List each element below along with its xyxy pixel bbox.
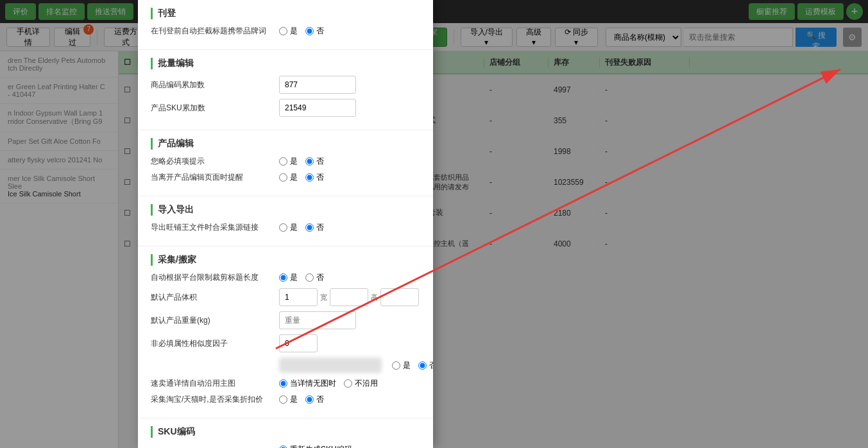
- modal-section-sku: SKU编码 生成SKU编码 重新生成SKU编码 沿用原始SKU编码: [138, 418, 433, 448]
- modal-row-export-link: 导出旺铺王文件时合采集源链接 是 否: [151, 222, 420, 233]
- label-auto-trim: 自动根据平台限制裁剪标题长度: [151, 272, 279, 283]
- label-leave-remind: 当离开产品编辑页面时提醒: [151, 172, 279, 183]
- radio-detail-when[interactable]: 当详情无图时: [279, 378, 336, 389]
- radio-blurred-no[interactable]: 否: [418, 360, 433, 371]
- input-volume-val[interactable]: [279, 288, 318, 306]
- radio-trim-no[interactable]: 否: [305, 272, 324, 283]
- radio-brand: 是 否: [279, 26, 420, 37]
- label-similarity: 非必填属性相似度因子: [151, 338, 279, 349]
- input-goods-code[interactable]: [279, 76, 356, 94]
- modal-row-auto-trim: 自动根据平台限制裁剪标题长度 是 否: [151, 272, 420, 283]
- controls-volume: 宽 高: [279, 288, 420, 306]
- app-container: 评价 排名监控 推送营销 橱窗推荐 运费模板 + 手机详情 编辑过 7 运费方式…: [0, 0, 868, 448]
- controls-similarity: [279, 334, 420, 352]
- modal-row-similarity: 非必填属性相似度因子: [151, 334, 420, 352]
- controls-product-sku: [279, 99, 420, 117]
- section-title-publish: 刊登: [151, 8, 420, 19]
- modal-row-weight: 默认产品重量(kg): [151, 311, 420, 329]
- radio-export-yes[interactable]: 是: [279, 222, 298, 233]
- label-volume: 默认产品体积: [151, 292, 279, 303]
- modal-row-gen-sku: 生成SKU编码 重新生成SKU编码 沿用原始SKU编码: [151, 444, 420, 448]
- modal-section-publish: 刊登 在刊登前自动拦截标题携带品牌词 是 否: [138, 0, 433, 50]
- radio-trim-yes[interactable]: 是: [279, 272, 298, 283]
- radio-discount: 是 否: [279, 394, 420, 405]
- radio-discount-yes[interactable]: 是: [279, 394, 298, 405]
- input-weight[interactable]: [279, 311, 356, 329]
- modal-section-collect: 采集/搬家 自动根据平台限制裁剪标题长度 是 否 默认产品体积 宽 高: [138, 246, 433, 418]
- radio-discount-no[interactable]: 否: [305, 394, 324, 405]
- modal-row-sku-code: 商品编码累加数: [151, 76, 420, 94]
- radio-detail-never[interactable]: 不沿用: [344, 378, 378, 389]
- radio-auto-trim: 是 否: [279, 272, 420, 283]
- controls-goods-code: [279, 76, 420, 94]
- modal-row-brand: 在刊登前自动拦截标题携带品牌词 是 否: [151, 26, 420, 37]
- label-product-sku: 产品SKU累加数: [151, 103, 279, 114]
- input-width[interactable]: [330, 288, 368, 306]
- settings-modal: 刊登 在刊登前自动拦截标题携带品牌词 是 否 批量编辑 商品编码累加数 产品SK…: [138, 0, 433, 448]
- input-similarity[interactable]: [279, 334, 318, 352]
- modal-section-product-edit: 产品编辑 您略必填项提示 是 否 当离开产品编辑页面时提醒 是 否: [138, 130, 433, 196]
- section-title-batch: 批量编辑: [151, 58, 420, 69]
- section-title-collect: 采集/搬家: [151, 254, 420, 266]
- radio-export-link: 是 否: [279, 222, 420, 233]
- modal-row-leave-remind: 当离开产品编辑页面时提醒 是 否: [151, 172, 420, 183]
- section-title-import: 导入导出: [151, 204, 420, 216]
- input-product-sku[interactable]: [279, 99, 356, 117]
- modal-section-batch: 批量编辑 商品编码累加数 产品SKU累加数: [138, 50, 433, 130]
- radio-regen-sku[interactable]: 重新生成SKU编码: [279, 444, 352, 448]
- controls-weight: [279, 311, 420, 329]
- controls-blurred: 是 否: [279, 358, 433, 373]
- modal-row-detail-img: 速卖通详情自动沿用主图 当详情无图时 不沿用: [151, 378, 420, 389]
- modal-section-import: 导入导出 导出旺铺王文件时合采集源链接 是 否: [138, 196, 433, 246]
- radio-skip-no[interactable]: 否: [305, 156, 324, 167]
- modal-row-volume: 默认产品体积 宽 高: [151, 288, 420, 306]
- section-title-sku: SKU编码: [151, 426, 420, 438]
- label-discount: 采集淘宝/天猫时,是否采集折扣价: [151, 394, 279, 405]
- input-height[interactable]: [380, 288, 419, 306]
- label-skip-hint: 您略必填项提示: [151, 156, 279, 167]
- label-goods-code: 商品编码累加数: [151, 80, 279, 90]
- modal-row-product-sku: 产品SKU累加数: [151, 99, 420, 117]
- radio-gen-sku: 重新生成SKU编码 沿用原始SKU编码: [279, 444, 420, 448]
- radio-leave-remind: 是 否: [279, 172, 420, 183]
- radio-blurred-yes[interactable]: 是: [392, 360, 411, 371]
- modal-row-skip-hint: 您略必填项提示 是 否: [151, 156, 420, 167]
- modal-overlay[interactable]: [0, 0, 868, 448]
- radio-brand-yes[interactable]: 是: [279, 26, 298, 37]
- blurred-element: [279, 358, 382, 373]
- label-export-link: 导出旺铺王文件时合采集源链接: [151, 222, 279, 233]
- radio-leave-no[interactable]: 否: [305, 172, 324, 183]
- label-weight: 默认产品重量(kg): [151, 315, 279, 326]
- label-brand: 在刊登前自动拦截标题携带品牌词: [151, 26, 279, 37]
- modal-row-blurred: 是 否: [151, 358, 420, 373]
- radio-skip-yes[interactable]: 是: [279, 156, 298, 167]
- radio-detail-img: 当详情无图时 不沿用: [279, 378, 420, 389]
- modal-row-discount: 采集淘宝/天猫时,是否采集折扣价 是 否: [151, 394, 420, 405]
- radio-leave-yes[interactable]: 是: [279, 172, 298, 183]
- radio-skip-hint: 是 否: [279, 156, 420, 167]
- label-width: 宽: [320, 293, 327, 302]
- section-title-product-edit: 产品编辑: [151, 138, 420, 150]
- label-height: 高: [371, 293, 378, 302]
- radio-brand-no[interactable]: 否: [305, 26, 324, 37]
- radio-export-no[interactable]: 否: [305, 222, 324, 233]
- label-detail-img: 速卖通详情自动沿用主图: [151, 378, 279, 389]
